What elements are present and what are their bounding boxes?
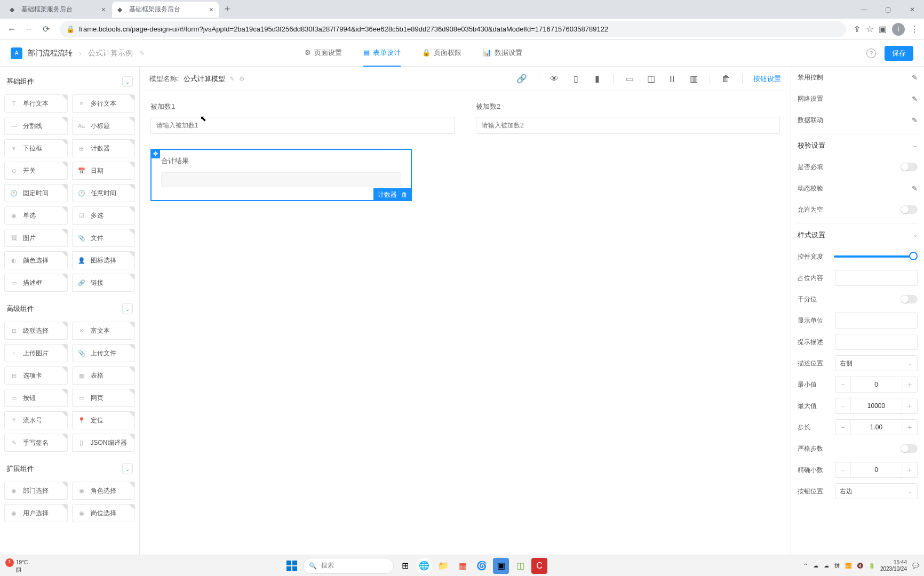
edit-icon[interactable]: ✎ <box>229 75 235 83</box>
layout-4col-icon[interactable]: ▥ <box>688 74 699 84</box>
component-item[interactable]: ⊙开关 <box>4 162 68 180</box>
layout-3col-icon[interactable]: ⫼ <box>667 74 678 84</box>
edit-icon[interactable]: ✎ <box>912 74 918 82</box>
app-icon[interactable]: C <box>531 558 547 574</box>
explorer-icon[interactable]: 📁 <box>435 558 451 574</box>
selected-form-field[interactable]: ✥ 合计结果 计数器 🗑 <box>150 149 412 201</box>
component-item[interactable]: ▾下拉框 <box>4 139 68 157</box>
component-item[interactable]: #流水号 <box>4 411 68 429</box>
save-button[interactable]: 保存 <box>885 46 913 61</box>
switch-toggle[interactable] <box>901 163 918 171</box>
maximize-icon[interactable]: ▢ <box>876 0 900 19</box>
extension-icon[interactable]: ▣ <box>879 24 887 34</box>
increment-button[interactable]: + <box>902 423 917 431</box>
back-button[interactable]: ← <box>5 23 18 36</box>
decrement-button[interactable]: − <box>835 380 850 389</box>
component-item[interactable]: 📎文件 <box>72 229 136 247</box>
text-input[interactable] <box>150 117 455 134</box>
task-view-icon[interactable]: ⊞ <box>397 558 413 574</box>
menu-icon[interactable]: ⋮ <box>910 24 919 34</box>
tip-input[interactable] <box>835 334 918 350</box>
browser-tab-active[interactable]: ◆ 基础框架服务后台 × <box>112 2 219 18</box>
tab-page-permission[interactable]: 🔒页面权限 <box>422 40 461 67</box>
layout-2col-icon[interactable]: ◫ <box>646 74 656 84</box>
app-icon[interactable]: ◫ <box>512 558 528 574</box>
component-item[interactable]: 📅日期 <box>72 162 136 180</box>
chevron-down-icon[interactable]: ⌄ <box>122 76 133 87</box>
breadcrumb-item[interactable]: 公式计算示例 <box>88 49 133 58</box>
layout-1col-icon[interactable]: ▭ <box>624 74 635 84</box>
taskbar-search[interactable]: 🔍搜索 <box>303 558 394 574</box>
component-item[interactable]: ◉角色选择 <box>72 482 136 500</box>
minimize-icon[interactable]: — <box>852 0 876 19</box>
desc-pos-select[interactable]: 右侧⌄ <box>835 355 918 371</box>
component-item[interactable]: ◉用户选择 <box>4 504 68 522</box>
close-window-icon[interactable]: ✕ <box>900 0 924 19</box>
component-item[interactable]: ◐颜色选择 <box>4 251 68 269</box>
btn-pos-select[interactable]: 右边⌄ <box>835 483 918 499</box>
close-icon[interactable]: × <box>209 5 213 14</box>
step-stepper[interactable]: −1.00+ <box>835 419 918 435</box>
wifi-icon[interactable]: 📶 <box>845 563 851 569</box>
component-item[interactable]: 🔗链接 <box>72 274 136 292</box>
help-icon[interactable]: ? <box>866 49 876 58</box>
max-stepper[interactable]: −10000+ <box>835 398 918 414</box>
tab-data-settings[interactable]: 📊数据设置 <box>483 40 522 67</box>
unit-input[interactable] <box>835 313 918 329</box>
button-settings-link[interactable]: 按钮设置 <box>753 74 781 84</box>
counter-input[interactable] <box>161 172 401 187</box>
close-icon[interactable]: × <box>101 5 106 14</box>
prop-disable-control[interactable]: 禁用控制✎ <box>798 67 918 88</box>
increment-button[interactable]: + <box>902 380 917 389</box>
breadcrumb-item[interactable]: 部门流程流转 <box>28 49 73 58</box>
component-item[interactable]: ◉单选 <box>4 206 68 225</box>
onedrive-icon[interactable]: ☁ <box>824 563 829 569</box>
new-tab-button[interactable]: + <box>220 4 235 15</box>
clock[interactable]: 15:44 2023/10/24 <box>880 559 907 572</box>
move-handle-icon[interactable]: ✥ <box>150 149 160 158</box>
component-item[interactable]: ▭按钮 <box>4 389 68 407</box>
component-item[interactable]: ◉部门选择 <box>4 482 68 500</box>
component-item[interactable]: ▭网页 <box>72 389 136 407</box>
component-item[interactable]: {}JSON编译器 <box>72 434 136 452</box>
decrement-button[interactable]: − <box>835 466 850 474</box>
form-field[interactable]: 被加数1 <box>150 102 455 134</box>
mobile-icon[interactable]: ▮ <box>592 74 602 84</box>
increment-button[interactable]: + <box>902 402 917 410</box>
cloud-icon[interactable]: ☁ <box>813 563 818 569</box>
weather-widget[interactable]: 19°C 阴 <box>5 558 28 573</box>
decrement-button[interactable]: − <box>835 423 850 431</box>
chevron-down-icon[interactable]: ⌄ <box>122 463 133 474</box>
component-item[interactable]: 👤图标选择 <box>72 251 136 269</box>
section-extend-components[interactable]: 扩展组件 ⌄ <box>4 458 135 479</box>
prop-data-linkage[interactable]: 数据联动✎ <box>798 109 918 131</box>
component-item[interactable]: 📍定位 <box>72 411 136 429</box>
reload-button[interactable]: ⟳ <box>39 23 52 36</box>
preview-icon[interactable]: 👁 <box>549 74 560 84</box>
component-item[interactable]: ▭描述框 <box>4 274 68 292</box>
min-stepper[interactable]: −0+ <box>835 377 918 393</box>
component-item[interactable]: ✎手写签名 <box>4 434 68 452</box>
switch-toggle[interactable] <box>901 444 918 453</box>
delete-icon[interactable]: 🗑 <box>721 74 731 84</box>
prop-network-settings[interactable]: 网络设置✎ <box>798 88 918 109</box>
tab-form-design[interactable]: ▤表单设计 <box>363 40 401 67</box>
decrement-button[interactable]: − <box>835 402 850 410</box>
notification-icon[interactable]: 💬 <box>912 563 919 569</box>
text-input[interactable] <box>476 117 780 134</box>
edit-icon[interactable]: ✎ <box>912 95 918 103</box>
app-icon[interactable]: ▦ <box>455 558 471 574</box>
edit-icon[interactable]: ✎ <box>912 116 918 124</box>
delete-icon[interactable]: 🗑 <box>401 191 408 198</box>
app-icon[interactable]: ▣ <box>493 558 509 574</box>
edge-icon[interactable]: 🌀 <box>474 558 490 574</box>
component-item[interactable]: ✕富文本 <box>72 322 136 340</box>
precision-stepper[interactable]: −0+ <box>835 462 918 478</box>
tablet-icon[interactable]: ▯ <box>570 74 581 84</box>
component-item[interactable]: ▦表格 <box>72 366 136 385</box>
edit-icon[interactable]: ✎ <box>912 185 918 193</box>
tab-page-settings[interactable]: ⚙页面设置 <box>305 40 342 67</box>
component-item[interactable]: ↑上传图片 <box>4 344 68 362</box>
chevron-down-icon[interactable]: ⌄ <box>122 303 133 314</box>
component-item[interactable]: ≡多行文本 <box>72 94 136 113</box>
